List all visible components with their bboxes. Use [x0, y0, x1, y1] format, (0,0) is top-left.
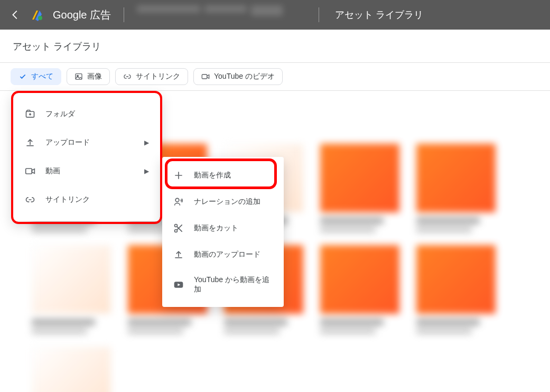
submenu-item-upload-video[interactable]: 動画のアップロード	[162, 241, 284, 268]
menu-item-label: フォルダ	[45, 109, 149, 119]
video-icon	[24, 165, 36, 177]
chip-images[interactable]: 画像	[67, 68, 110, 85]
upload-icon	[24, 137, 36, 148]
asset-thumbnail[interactable]	[32, 245, 111, 334]
menu-item-video[interactable]: 動画 ▶	[13, 157, 161, 185]
submenu-item-cut-video[interactable]: 動画をカット	[162, 215, 284, 241]
svg-rect-3	[76, 74, 82, 80]
topbar: Google 広告 アセット ライブラリ	[0, 0, 550, 30]
chip-youtube[interactable]: YouTube のビデオ	[193, 68, 283, 85]
menu-item-label: YouTube から動画を追加	[194, 275, 273, 294]
voice-icon	[173, 196, 184, 208]
chip-label: 画像	[87, 72, 102, 81]
chip-sitelinks[interactable]: サイトリンク	[115, 68, 188, 85]
plus-icon	[173, 170, 184, 181]
svg-point-2	[38, 16, 42, 20]
link-icon	[24, 194, 36, 206]
svg-rect-5	[202, 74, 207, 79]
folder-plus-icon	[24, 108, 36, 120]
image-icon	[74, 72, 83, 81]
menu-item-label: サイトリンク	[45, 195, 149, 204]
submenu-item-add-from-youtube[interactable]: YouTube から動画を追加	[162, 268, 284, 302]
asset-thumbnail[interactable]	[32, 347, 111, 392]
menu-item-label: 動画のアップロード	[194, 250, 273, 259]
google-ads-logo-icon	[31, 8, 43, 21]
asset-thumbnail[interactable]	[320, 245, 399, 334]
chip-label: すべて	[31, 72, 53, 81]
menu-item-label: 動画を作成	[194, 171, 273, 180]
scissors-icon	[173, 222, 184, 234]
chip-label: YouTube のビデオ	[214, 72, 275, 81]
menu-item-sitelink[interactable]: サイトリンク	[13, 185, 161, 214]
menu-item-folder[interactable]: フォルダ	[13, 100, 161, 128]
chevron-right-icon: ▶	[144, 139, 149, 146]
menu-item-label: ナレーションの追加	[194, 197, 273, 207]
divider	[124, 7, 124, 22]
chip-all[interactable]: すべて	[11, 68, 61, 85]
page-title: アセット ライブラリ	[0, 30, 550, 63]
divider	[319, 7, 319, 22]
asset-thumbnail[interactable]	[416, 144, 496, 232]
menu-item-label: アップロード	[45, 138, 135, 147]
youtube-icon	[173, 279, 184, 291]
chip-label: サイトリンク	[136, 72, 180, 81]
asset-thumbnail[interactable]	[320, 144, 399, 232]
video-submenu: 動画を作成 ナレーションの追加 動画をカット 動画のアップロード YouTube…	[162, 157, 284, 307]
menu-item-upload[interactable]: アップロード ▶	[13, 128, 161, 157]
svg-point-8	[175, 198, 179, 202]
video-icon	[201, 72, 210, 81]
svg-point-10	[175, 230, 178, 232]
chevron-right-icon: ▶	[144, 167, 149, 175]
link-icon	[123, 72, 132, 81]
back-icon[interactable]	[10, 9, 21, 21]
brand-label: Google 広告	[53, 8, 111, 22]
svg-rect-7	[26, 169, 32, 174]
asset-thumbnail[interactable]	[416, 245, 496, 334]
submenu-item-add-narration[interactable]: ナレーションの追加	[162, 189, 284, 215]
header-section-title: アセット ライブラリ	[335, 8, 423, 21]
account-info-blurred	[137, 5, 306, 24]
filter-chip-bar: すべて 画像 サイトリンク YouTube のビデオ	[0, 63, 550, 91]
menu-item-label: 動画をカット	[194, 223, 273, 233]
create-menu: フォルダ アップロード ▶ 動画 ▶ サイトリンク	[13, 92, 161, 221]
menu-item-label: 動画	[45, 166, 135, 176]
check-icon	[18, 72, 27, 81]
svg-point-9	[175, 225, 178, 227]
submenu-item-create-video[interactable]: 動画を作成	[162, 162, 284, 189]
upload-icon	[173, 249, 184, 260]
